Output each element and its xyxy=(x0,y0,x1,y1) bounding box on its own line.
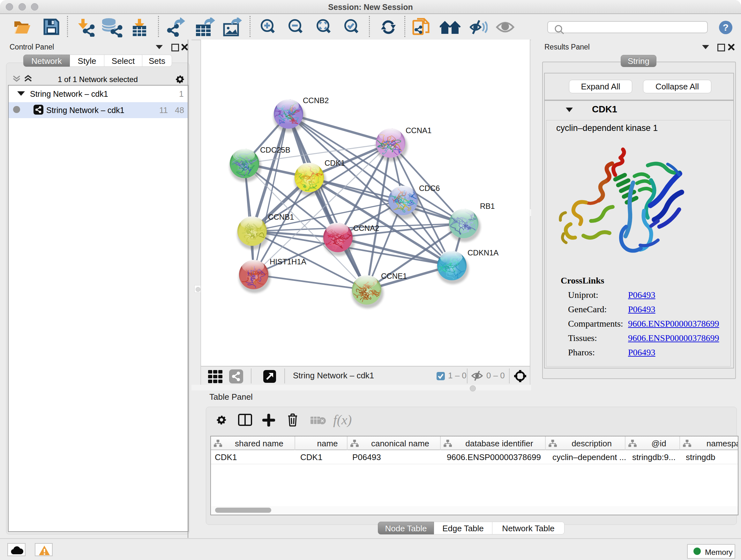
svg-text:CCNA1: CCNA1 xyxy=(406,126,431,135)
svg-text:CDC25B: CDC25B xyxy=(260,145,290,154)
svg-text:CDKN1A: CDKN1A xyxy=(468,248,498,257)
svg-text:?: ? xyxy=(723,22,729,33)
svg-text:RB1: RB1 xyxy=(480,202,495,210)
svg-text:CCNE1: CCNE1 xyxy=(381,272,407,280)
svg-text:HIST1H1A: HIST1H1A xyxy=(270,257,307,266)
svg-text:CDK1: CDK1 xyxy=(325,159,345,167)
svg-text:CCNA2: CCNA2 xyxy=(353,224,379,233)
svg-text:CCNB1: CCNB1 xyxy=(268,212,294,221)
svg-text:CDC6: CDC6 xyxy=(419,184,440,192)
svg-text:CCNB2: CCNB2 xyxy=(303,96,329,105)
